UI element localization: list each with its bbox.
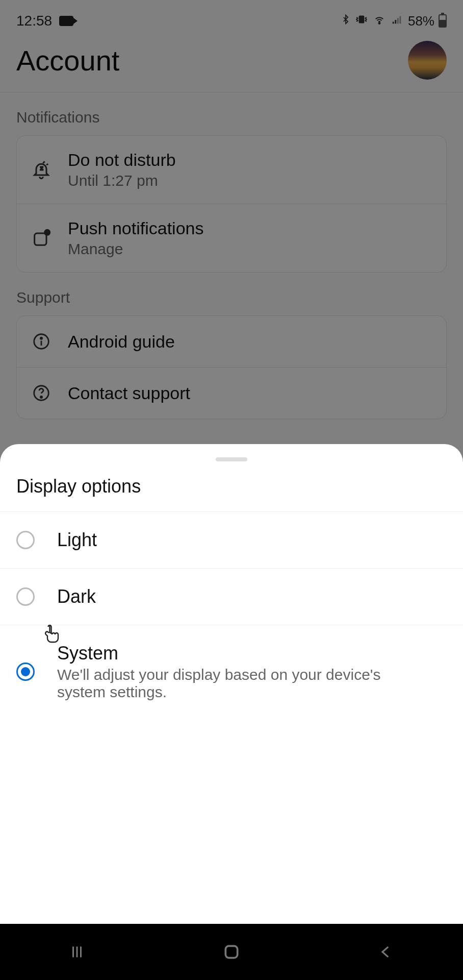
- option-system[interactable]: System We'll adjust your display based o…: [0, 625, 463, 718]
- navigation-bar: [0, 924, 463, 980]
- home-button[interactable]: [216, 937, 247, 967]
- radio-dark[interactable]: [16, 587, 35, 606]
- drag-handle[interactable]: [216, 457, 247, 461]
- recents-button[interactable]: [62, 937, 92, 967]
- back-button[interactable]: [371, 937, 401, 967]
- option-label: Light: [57, 529, 97, 551]
- option-text: Dark: [57, 586, 96, 607]
- radio-system[interactable]: [16, 663, 35, 681]
- display-options-sheet: Display options Light Dark System We'll …: [0, 444, 463, 980]
- option-label: Dark: [57, 586, 96, 607]
- option-sub: We'll adjust your display based on your …: [57, 666, 394, 701]
- option-dark[interactable]: Dark: [0, 568, 463, 625]
- radio-light[interactable]: [16, 531, 35, 549]
- screen: 12:58 58% Account Notifications: [0, 0, 463, 980]
- option-light[interactable]: Light: [0, 511, 463, 568]
- option-label: System: [57, 643, 394, 664]
- svg-rect-17: [225, 946, 237, 958]
- sheet-title: Display options: [0, 472, 463, 511]
- option-text: Light: [57, 529, 97, 551]
- option-text: System We'll adjust your display based o…: [57, 643, 394, 701]
